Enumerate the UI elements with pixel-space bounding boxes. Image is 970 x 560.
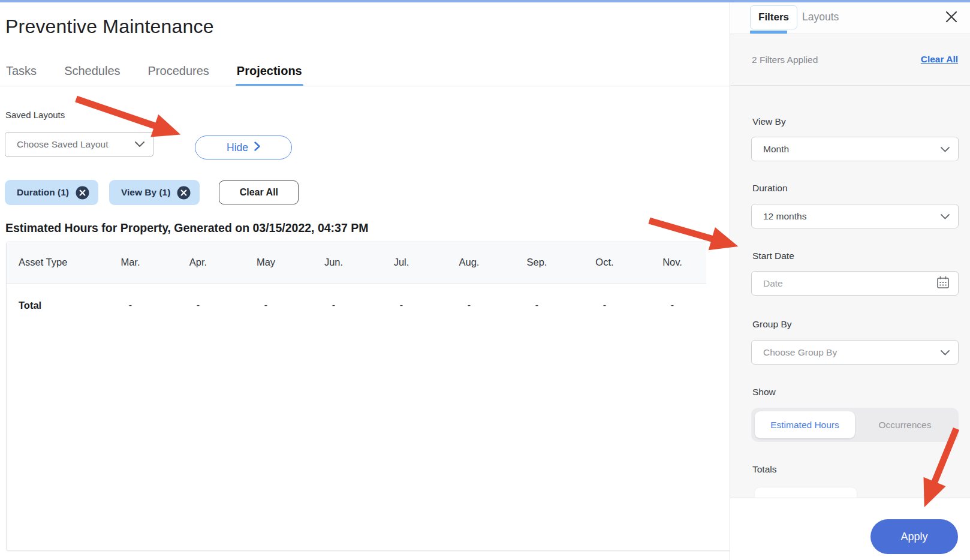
saved-layout-placeholder: Choose Saved Layout [17, 139, 109, 150]
column-header-month: Jun. [300, 242, 367, 283]
show-toggle: Estimated Hours Occurrences [751, 408, 959, 442]
table-cell: - [638, 283, 706, 327]
table-cell: - [164, 283, 232, 327]
applied-filter-chips: Duration (1) View By (1) Clear All [5, 180, 299, 205]
view-by-label: View By [752, 116, 786, 127]
applied-filters-row: 2 Filters Applied Clear All [730, 34, 970, 86]
panel-tab-layouts[interactable]: Layouts [802, 11, 839, 23]
duration-value: 12 months [763, 211, 806, 222]
chevron-down-icon [941, 144, 950, 155]
saved-layout-select[interactable]: Choose Saved Layout [5, 132, 153, 157]
filters-panel: Filters Layouts 2 Filters Applied Clear … [730, 0, 970, 560]
column-header-month: Oct. [571, 242, 638, 283]
group-by-select[interactable]: Choose Group By [751, 340, 959, 365]
primary-tabs: Tasks Schedules Procedures Projections [6, 64, 302, 86]
start-date-label: Start Date [752, 251, 794, 261]
duration-label: Duration [752, 183, 788, 194]
clear-all-filters-button[interactable]: Clear All [219, 180, 299, 204]
table-cell: - [503, 283, 571, 327]
calendar-icon[interactable] [936, 276, 950, 291]
view-by-select[interactable]: Month [751, 137, 959, 161]
total-row-label: Total [7, 283, 97, 327]
chevron-right-icon [254, 141, 260, 154]
show-label: Show [752, 387, 776, 398]
table-cell: - [232, 283, 300, 327]
chevron-down-icon [135, 139, 144, 150]
chip-view-by[interactable]: View By (1) [109, 180, 200, 205]
panel-tab-filters[interactable]: Filters [750, 5, 797, 29]
page-title: Preventive Maintenance [5, 16, 214, 38]
panel-footer: Save Layout Apply [730, 498, 970, 560]
projections-table: Asset Type Mar. Apr. May Jun. Jul. Aug. … [7, 242, 706, 327]
clear-all-link[interactable]: Clear All [921, 54, 958, 65]
start-date-field[interactable] [751, 271, 959, 296]
table-cell: - [367, 283, 435, 327]
chip-duration[interactable]: Duration (1) [5, 180, 98, 205]
view-by-value: Month [763, 144, 789, 155]
remove-filter-icon[interactable] [177, 186, 191, 200]
table-row-total: Total - - - - - - - - - [7, 283, 706, 327]
column-header-asset-type: Asset Type [7, 242, 97, 283]
table-cell: - [300, 283, 367, 327]
chevron-down-icon [941, 347, 950, 358]
filters-applied-count: 2 Filters Applied [752, 55, 818, 65]
apply-button[interactable]: Apply [870, 519, 958, 554]
table-cell: - [97, 283, 164, 327]
show-option-occurrences[interactable]: Occurrences [855, 411, 955, 438]
start-date-input[interactable] [763, 278, 913, 289]
group-by-placeholder: Choose Group By [763, 347, 837, 358]
panel-tab-active-underline [750, 31, 787, 34]
tabs-divider [0, 86, 730, 86]
tab-projections[interactable]: Projections [237, 64, 302, 86]
totals-toggle-partial[interactable] [755, 487, 857, 498]
tab-schedules[interactable]: Schedules [64, 64, 120, 86]
show-option-estimated-hours[interactable]: Estimated Hours [755, 411, 855, 438]
main-content: Preventive Maintenance Tasks Schedules P… [0, 2, 730, 560]
chip-duration-label: Duration (1) [17, 187, 69, 198]
tab-procedures[interactable]: Procedures [148, 64, 209, 86]
group-by-label: Group By [752, 319, 791, 330]
close-icon[interactable] [943, 8, 960, 25]
hide-panel-button[interactable]: Hide [195, 136, 292, 159]
chevron-down-icon [941, 211, 950, 222]
table-header-row: Asset Type Mar. Apr. May Jun. Jul. Aug. … [7, 242, 706, 283]
column-header-month: Jul. [367, 242, 435, 283]
column-header-month: May [232, 242, 300, 283]
column-header-month: Mar. [97, 242, 164, 283]
column-header-month: Apr. [164, 242, 232, 283]
filters-panel-header: Filters Layouts [730, 0, 970, 34]
totals-label: Totals [752, 464, 777, 475]
saved-layouts-label: Saved Layouts [5, 110, 65, 120]
window-top-strip [0, 0, 970, 2]
tab-tasks[interactable]: Tasks [6, 64, 37, 86]
column-header-month: Nov. [638, 242, 706, 283]
report-title: Estimated Hours for Property, Generated … [5, 221, 368, 235]
remove-filter-icon[interactable] [76, 186, 89, 200]
column-header-month: Aug. [435, 242, 503, 283]
table-cell: - [571, 283, 638, 327]
column-header-month: Sep. [503, 242, 571, 283]
table-cell: - [435, 283, 503, 327]
chip-view-by-label: View By (1) [121, 187, 170, 198]
duration-select[interactable]: 12 months [751, 204, 959, 228]
hide-button-label: Hide [227, 141, 248, 154]
